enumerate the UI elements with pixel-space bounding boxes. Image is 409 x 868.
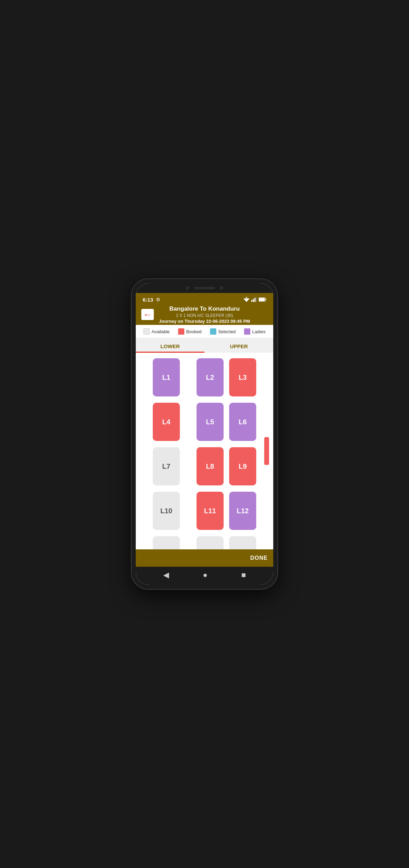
status-bar: 6:13 ⚙ <box>136 293 273 305</box>
seat-row: L1 L2 L3 <box>143 358 266 396</box>
selected-color-box <box>210 328 216 335</box>
done-button[interactable]: DONE <box>250 555 268 561</box>
seat-L7[interactable]: L7 <box>153 447 180 485</box>
nav-back-button[interactable]: ◀ <box>163 571 169 580</box>
nav-home-button[interactable]: ● <box>203 571 207 580</box>
tab-upper[interactable]: UPPER <box>204 338 273 353</box>
svg-marker-0 <box>243 298 250 302</box>
battery-icon <box>259 297 266 302</box>
seat-L6[interactable]: L6 <box>229 403 256 441</box>
booked-color-box <box>178 328 184 335</box>
seat-grid: L1 L2 L3 L4 L5 L6 L7 <box>136 353 273 549</box>
back-button[interactable]: ← <box>141 309 154 320</box>
seat-L8: L8 <box>197 447 224 485</box>
legend-booked: Booked <box>178 328 201 335</box>
seat-L2[interactable]: L2 <box>197 358 224 396</box>
seat-L5[interactable]: L5 <box>197 403 224 441</box>
tab-bar: LOWER UPPER <box>136 338 273 353</box>
svg-rect-8 <box>266 299 266 300</box>
gear-icon: ⚙ <box>156 297 160 302</box>
svg-rect-7 <box>259 298 265 301</box>
seat-row: L13 L14 L15 <box>143 536 266 549</box>
seat-L1[interactable]: L1 <box>153 358 180 396</box>
side-indicator <box>264 437 269 465</box>
seat-L9: L9 <box>229 447 256 485</box>
seat-L11: L11 <box>197 492 224 530</box>
seat-L4: L4 <box>153 403 180 441</box>
seat-L15[interactable]: L15 <box>229 536 256 549</box>
bus-type: 2 X 1 NON A/C SLEEPER (30) <box>136 313 273 318</box>
seat-L14[interactable]: L14 <box>197 536 224 549</box>
seat-row: L10 L11 L12 <box>143 492 266 530</box>
tab-lower[interactable]: LOWER <box>136 338 204 353</box>
seat-L3: L3 <box>229 358 256 396</box>
app-bar: ← Bangalore To Konanduru 2 X 1 NON A/C S… <box>136 305 273 325</box>
svg-rect-2 <box>251 300 252 302</box>
svg-rect-3 <box>253 299 254 302</box>
nav-bar: ◀ ● ■ <box>136 567 273 585</box>
route-title: Bangalore To Konanduru <box>136 305 273 312</box>
svg-rect-4 <box>254 298 256 302</box>
seat-row: L4 L5 L6 <box>143 403 266 441</box>
legend-available: Available <box>143 328 170 335</box>
journey-info: Journey on Thursday 22-06-2023 09:45 PM <box>136 319 273 324</box>
available-color-box <box>143 328 150 335</box>
wifi-icon <box>243 297 250 302</box>
seat-L12[interactable]: L12 <box>229 492 256 530</box>
legend: Available Booked Selected Ladies <box>136 325 273 338</box>
seat-L10[interactable]: L10 <box>153 492 180 530</box>
nav-recent-button[interactable]: ■ <box>241 571 246 580</box>
svg-rect-1 <box>246 297 247 298</box>
signal-icon <box>251 297 257 302</box>
seat-L13[interactable]: L13 <box>153 536 180 549</box>
status-time: 6:13 <box>143 297 153 303</box>
legend-selected: Selected <box>210 328 236 335</box>
legend-ladies: Ladies <box>244 328 265 335</box>
done-bar: DONE <box>136 549 273 567</box>
ladies-color-box <box>244 328 250 335</box>
seat-row: L7 L8 L9 <box>143 447 266 485</box>
svg-rect-5 <box>256 297 257 302</box>
